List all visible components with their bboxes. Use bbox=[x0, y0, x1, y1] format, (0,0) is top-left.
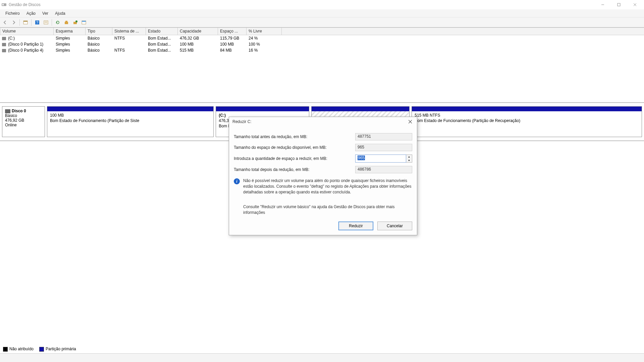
shrink-button[interactable]: Reduzir bbox=[338, 222, 373, 230]
value-total-after: 486786 bbox=[355, 166, 412, 173]
info-message: Não é possível reduzir um volume para al… bbox=[243, 178, 412, 195]
spin-up-button[interactable]: ▲ bbox=[406, 155, 412, 159]
label-shrink-amount: Introduza a quantidade de espaço a reduz… bbox=[234, 156, 355, 161]
spin-down-button[interactable]: ▼ bbox=[406, 159, 412, 162]
label-available: Tamanho do espaço de redução disponível,… bbox=[234, 145, 355, 150]
value-total-before: 487751 bbox=[355, 133, 412, 140]
cancel-button[interactable]: Cancelar bbox=[377, 222, 412, 230]
value-available: 965 bbox=[355, 144, 412, 151]
shrink-amount-input[interactable]: 965 bbox=[355, 155, 406, 163]
label-total-after: Tamanho total depois da redução, em MB: bbox=[234, 167, 355, 172]
dialog-close-button[interactable] bbox=[407, 118, 414, 125]
shrink-dialog: Reduzir C: Tamanho total antes da reduçã… bbox=[229, 117, 417, 235]
label-total-before: Tamanho total antes da redução, em MB: bbox=[234, 134, 355, 139]
info-icon: i bbox=[234, 178, 240, 184]
help-message: Consulte "Reduzir um volume básico" na a… bbox=[243, 204, 412, 216]
dialog-title: Reduzir C: bbox=[232, 119, 252, 124]
